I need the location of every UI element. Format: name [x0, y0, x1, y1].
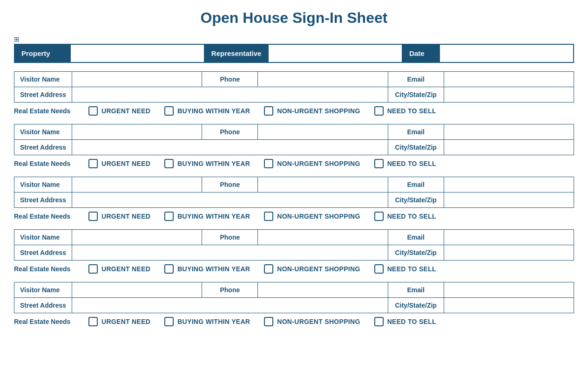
- visitor-table-4: Visitor Name Phone Email Street Address …: [14, 229, 574, 261]
- visitor-row-address-5: Street Address City/State/Zip: [14, 298, 574, 313]
- visitor-block-2: Visitor Name Phone Email Street Address …: [14, 124, 574, 168]
- needs-option-label-4-3: NON-URGENT SHOPPING: [277, 265, 360, 273]
- header-representative: Representative: [205, 45, 269, 62]
- city-state-zip-value-2[interactable]: [444, 140, 574, 155]
- street-address-value-2[interactable]: [72, 140, 388, 155]
- needs-checkbox-3-3[interactable]: [264, 212, 273, 221]
- needs-option-3-2: BUYING WITHIN YEAR: [164, 212, 250, 221]
- visitor-row-name-2: Visitor Name Phone Email: [14, 124, 574, 140]
- email-value-5[interactable]: [444, 282, 574, 298]
- email-value-4[interactable]: [444, 230, 574, 245]
- needs-option-label-1-3: NON-URGENT SHOPPING: [277, 107, 360, 115]
- needs-checkbox-4-2[interactable]: [164, 264, 174, 274]
- needs-label-5: Real Estate Needs: [14, 318, 79, 325]
- needs-checkbox-4-3[interactable]: [264, 264, 273, 274]
- phone-value-4[interactable]: [258, 230, 388, 245]
- needs-checkbox-4-4[interactable]: [374, 264, 384, 274]
- visitor-rows-container: Visitor Name Phone Email Street Address …: [14, 71, 574, 326]
- visitor-name-label-4: Visitor Name: [14, 230, 72, 245]
- needs-option-2-4: NEED TO SELL: [374, 159, 436, 168]
- needs-checkbox-4-1[interactable]: [88, 264, 98, 274]
- needs-checkbox-3-4[interactable]: [374, 212, 384, 221]
- needs-checkbox-2-2[interactable]: [164, 159, 174, 168]
- email-label-4: Email: [388, 230, 444, 245]
- city-state-zip-value-5[interactable]: [444, 298, 574, 313]
- needs-label-3: Real Estate Needs: [14, 213, 79, 220]
- street-address-label-4: Street Address: [14, 245, 72, 261]
- visitor-name-value-4[interactable]: [72, 230, 202, 245]
- visitor-row-name-5: Visitor Name Phone Email: [14, 282, 574, 298]
- needs-label-2: Real Estate Needs: [14, 160, 79, 167]
- header-date-fill: [440, 45, 573, 62]
- needs-label-4: Real Estate Needs: [14, 265, 79, 273]
- needs-option-5-3: NON-URGENT SHOPPING: [264, 317, 360, 326]
- city-state-zip-label-1: City/State/Zip: [388, 87, 444, 103]
- needs-option-4-1: URGENT NEED: [88, 264, 150, 274]
- phone-value-1[interactable]: [258, 72, 388, 87]
- needs-checkbox-5-1[interactable]: [88, 317, 98, 326]
- needs-checkbox-3-2[interactable]: [164, 212, 174, 221]
- phone-value-5[interactable]: [258, 282, 388, 298]
- header-property-fill: [71, 45, 205, 62]
- needs-option-label-1-2: BUYING WITHIN YEAR: [177, 107, 250, 115]
- needs-option-label-5-3: NON-URGENT SHOPPING: [277, 318, 360, 325]
- needs-option-3-3: NON-URGENT SHOPPING: [264, 212, 360, 221]
- phone-value-2[interactable]: [258, 124, 388, 140]
- needs-row-1: Real Estate Needs URGENT NEED BUYING WIT…: [14, 106, 574, 116]
- needs-option-4-4: NEED TO SELL: [374, 264, 436, 274]
- needs-option-label-1-1: URGENT NEED: [101, 107, 150, 115]
- needs-label-1: Real Estate Needs: [14, 107, 79, 115]
- needs-option-2-2: BUYING WITHIN YEAR: [164, 159, 250, 168]
- visitor-row-name-4: Visitor Name Phone Email: [14, 230, 574, 245]
- header-property: Property: [15, 45, 71, 62]
- needs-checkbox-2-4[interactable]: [374, 159, 384, 168]
- page-title: Open House Sign-In Sheet: [14, 9, 574, 27]
- visitor-block-4: Visitor Name Phone Email Street Address …: [14, 229, 574, 274]
- needs-checkbox-2-3[interactable]: [264, 159, 273, 168]
- needs-option-label-4-2: BUYING WITHIN YEAR: [177, 265, 250, 273]
- email-label-3: Email: [388, 177, 444, 193]
- phone-value-3[interactable]: [258, 177, 388, 193]
- street-address-value-1[interactable]: [72, 87, 388, 103]
- visitor-name-label-2: Visitor Name: [14, 124, 72, 140]
- needs-row-5: Real Estate Needs URGENT NEED BUYING WIT…: [14, 317, 574, 326]
- visitor-block-3: Visitor Name Phone Email Street Address …: [14, 177, 574, 221]
- visitor-table-3: Visitor Name Phone Email Street Address …: [14, 177, 574, 208]
- needs-checkbox-1-4[interactable]: [374, 106, 384, 116]
- needs-checkbox-3-1[interactable]: [88, 212, 98, 221]
- needs-option-label-4-4: NEED TO SELL: [387, 265, 436, 273]
- street-address-value-3[interactable]: [72, 193, 388, 208]
- visitor-name-value-3[interactable]: [72, 177, 202, 193]
- email-label-2: Email: [388, 124, 444, 140]
- street-address-value-5[interactable]: [72, 298, 388, 313]
- city-state-zip-value-4[interactable]: [444, 245, 574, 261]
- needs-option-5-2: BUYING WITHIN YEAR: [164, 317, 250, 326]
- email-value-3[interactable]: [444, 177, 574, 193]
- needs-checkbox-2-1[interactable]: [88, 159, 98, 168]
- visitor-name-value-2[interactable]: [72, 124, 202, 140]
- needs-checkbox-5-3[interactable]: [264, 317, 273, 326]
- needs-checkbox-1-2[interactable]: [164, 106, 174, 116]
- needs-option-label-2-2: BUYING WITHIN YEAR: [177, 160, 250, 167]
- needs-checkbox-1-3[interactable]: [264, 106, 273, 116]
- visitor-name-value-1[interactable]: [72, 72, 202, 87]
- email-value-2[interactable]: [444, 124, 574, 140]
- needs-option-label-3-2: BUYING WITHIN YEAR: [177, 213, 250, 220]
- needs-row-4: Real Estate Needs URGENT NEED BUYING WIT…: [14, 264, 574, 274]
- needs-checkbox-5-4[interactable]: [374, 317, 384, 326]
- needs-option-3-4: NEED TO SELL: [374, 212, 436, 221]
- needs-row-3: Real Estate Needs URGENT NEED BUYING WIT…: [14, 212, 574, 221]
- needs-checkbox-5-2[interactable]: [164, 317, 174, 326]
- needs-option-3-1: URGENT NEED: [88, 212, 150, 221]
- visitor-name-value-5[interactable]: [72, 282, 202, 298]
- city-state-zip-label-4: City/State/Zip: [388, 245, 444, 261]
- needs-option-label-4-1: URGENT NEED: [101, 265, 150, 273]
- city-state-zip-value-1[interactable]: [444, 87, 574, 103]
- phone-label-2: Phone: [202, 124, 258, 140]
- street-address-value-4[interactable]: [72, 245, 388, 261]
- email-label-5: Email: [388, 282, 444, 298]
- city-state-zip-value-3[interactable]: [444, 193, 574, 208]
- email-value-1[interactable]: [444, 72, 574, 87]
- needs-checkbox-1-1[interactable]: [88, 106, 98, 116]
- needs-option-label-2-3: NON-URGENT SHOPPING: [277, 160, 360, 167]
